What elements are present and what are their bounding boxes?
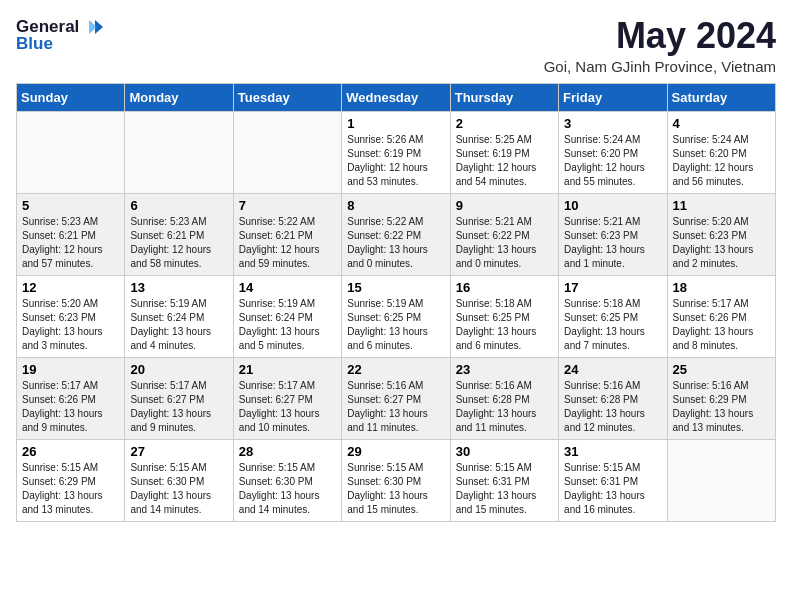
cell-info-text: Sunrise: 5:15 AM Sunset: 6:30 PM Dayligh… <box>347 461 444 517</box>
month-title: May 2024 <box>544 16 776 56</box>
cell-info-text: Sunrise: 5:17 AM Sunset: 6:27 PM Dayligh… <box>130 379 227 435</box>
cell-info-text: Sunrise: 5:24 AM Sunset: 6:20 PM Dayligh… <box>673 133 770 189</box>
cell-day-number: 31 <box>564 444 661 459</box>
calendar-cell: 30Sunrise: 5:15 AM Sunset: 6:31 PM Dayli… <box>450 439 558 521</box>
cell-info-text: Sunrise: 5:19 AM Sunset: 6:24 PM Dayligh… <box>239 297 336 353</box>
cell-day-number: 13 <box>130 280 227 295</box>
calendar-cell: 20Sunrise: 5:17 AM Sunset: 6:27 PM Dayli… <box>125 357 233 439</box>
logo-icon <box>81 16 103 38</box>
weekday-header-tuesday: Tuesday <box>233 83 341 111</box>
cell-day-number: 9 <box>456 198 553 213</box>
cell-info-text: Sunrise: 5:15 AM Sunset: 6:30 PM Dayligh… <box>130 461 227 517</box>
calendar-week-row: 5Sunrise: 5:23 AM Sunset: 6:21 PM Daylig… <box>17 193 776 275</box>
calendar-cell: 12Sunrise: 5:20 AM Sunset: 6:23 PM Dayli… <box>17 275 125 357</box>
calendar-cell <box>125 111 233 193</box>
cell-day-number: 1 <box>347 116 444 131</box>
calendar-week-row: 19Sunrise: 5:17 AM Sunset: 6:26 PM Dayli… <box>17 357 776 439</box>
calendar-cell: 24Sunrise: 5:16 AM Sunset: 6:28 PM Dayli… <box>559 357 667 439</box>
calendar-cell: 8Sunrise: 5:22 AM Sunset: 6:22 PM Daylig… <box>342 193 450 275</box>
cell-day-number: 8 <box>347 198 444 213</box>
calendar-week-row: 26Sunrise: 5:15 AM Sunset: 6:29 PM Dayli… <box>17 439 776 521</box>
cell-day-number: 15 <box>347 280 444 295</box>
cell-day-number: 3 <box>564 116 661 131</box>
cell-info-text: Sunrise: 5:19 AM Sunset: 6:24 PM Dayligh… <box>130 297 227 353</box>
calendar-cell: 10Sunrise: 5:21 AM Sunset: 6:23 PM Dayli… <box>559 193 667 275</box>
cell-info-text: Sunrise: 5:15 AM Sunset: 6:30 PM Dayligh… <box>239 461 336 517</box>
cell-info-text: Sunrise: 5:26 AM Sunset: 6:19 PM Dayligh… <box>347 133 444 189</box>
calendar-cell: 16Sunrise: 5:18 AM Sunset: 6:25 PM Dayli… <box>450 275 558 357</box>
calendar-cell: 25Sunrise: 5:16 AM Sunset: 6:29 PM Dayli… <box>667 357 775 439</box>
calendar-table: SundayMondayTuesdayWednesdayThursdayFrid… <box>16 83 776 522</box>
calendar-cell: 26Sunrise: 5:15 AM Sunset: 6:29 PM Dayli… <box>17 439 125 521</box>
cell-info-text: Sunrise: 5:25 AM Sunset: 6:19 PM Dayligh… <box>456 133 553 189</box>
cell-day-number: 25 <box>673 362 770 377</box>
cell-info-text: Sunrise: 5:22 AM Sunset: 6:22 PM Dayligh… <box>347 215 444 271</box>
cell-day-number: 21 <box>239 362 336 377</box>
cell-day-number: 22 <box>347 362 444 377</box>
cell-day-number: 6 <box>130 198 227 213</box>
cell-info-text: Sunrise: 5:21 AM Sunset: 6:23 PM Dayligh… <box>564 215 661 271</box>
calendar-cell <box>233 111 341 193</box>
cell-day-number: 11 <box>673 198 770 213</box>
title-section: May 2024 Goi, Nam GJinh Province, Vietna… <box>544 16 776 75</box>
cell-info-text: Sunrise: 5:18 AM Sunset: 6:25 PM Dayligh… <box>456 297 553 353</box>
calendar-week-row: 12Sunrise: 5:20 AM Sunset: 6:23 PM Dayli… <box>17 275 776 357</box>
cell-day-number: 16 <box>456 280 553 295</box>
calendar-cell <box>667 439 775 521</box>
calendar-cell: 14Sunrise: 5:19 AM Sunset: 6:24 PM Dayli… <box>233 275 341 357</box>
cell-day-number: 14 <box>239 280 336 295</box>
cell-info-text: Sunrise: 5:19 AM Sunset: 6:25 PM Dayligh… <box>347 297 444 353</box>
calendar-cell: 27Sunrise: 5:15 AM Sunset: 6:30 PM Dayli… <box>125 439 233 521</box>
cell-info-text: Sunrise: 5:22 AM Sunset: 6:21 PM Dayligh… <box>239 215 336 271</box>
calendar-cell: 29Sunrise: 5:15 AM Sunset: 6:30 PM Dayli… <box>342 439 450 521</box>
cell-info-text: Sunrise: 5:17 AM Sunset: 6:27 PM Dayligh… <box>239 379 336 435</box>
calendar-cell: 6Sunrise: 5:23 AM Sunset: 6:21 PM Daylig… <box>125 193 233 275</box>
cell-info-text: Sunrise: 5:23 AM Sunset: 6:21 PM Dayligh… <box>130 215 227 271</box>
calendar-cell: 17Sunrise: 5:18 AM Sunset: 6:25 PM Dayli… <box>559 275 667 357</box>
calendar-cell: 28Sunrise: 5:15 AM Sunset: 6:30 PM Dayli… <box>233 439 341 521</box>
cell-day-number: 19 <box>22 362 119 377</box>
cell-info-text: Sunrise: 5:18 AM Sunset: 6:25 PM Dayligh… <box>564 297 661 353</box>
cell-day-number: 10 <box>564 198 661 213</box>
cell-day-number: 30 <box>456 444 553 459</box>
calendar-cell: 15Sunrise: 5:19 AM Sunset: 6:25 PM Dayli… <box>342 275 450 357</box>
cell-info-text: Sunrise: 5:17 AM Sunset: 6:26 PM Dayligh… <box>673 297 770 353</box>
cell-info-text: Sunrise: 5:16 AM Sunset: 6:28 PM Dayligh… <box>564 379 661 435</box>
calendar-cell: 18Sunrise: 5:17 AM Sunset: 6:26 PM Dayli… <box>667 275 775 357</box>
cell-day-number: 12 <box>22 280 119 295</box>
calendar-cell: 3Sunrise: 5:24 AM Sunset: 6:20 PM Daylig… <box>559 111 667 193</box>
calendar-cell: 5Sunrise: 5:23 AM Sunset: 6:21 PM Daylig… <box>17 193 125 275</box>
cell-info-text: Sunrise: 5:16 AM Sunset: 6:29 PM Dayligh… <box>673 379 770 435</box>
cell-day-number: 29 <box>347 444 444 459</box>
cell-day-number: 20 <box>130 362 227 377</box>
cell-day-number: 24 <box>564 362 661 377</box>
weekday-header-sunday: Sunday <box>17 83 125 111</box>
cell-info-text: Sunrise: 5:21 AM Sunset: 6:22 PM Dayligh… <box>456 215 553 271</box>
calendar-cell: 13Sunrise: 5:19 AM Sunset: 6:24 PM Dayli… <box>125 275 233 357</box>
calendar-cell: 1Sunrise: 5:26 AM Sunset: 6:19 PM Daylig… <box>342 111 450 193</box>
weekday-header-row: SundayMondayTuesdayWednesdayThursdayFrid… <box>17 83 776 111</box>
weekday-header-monday: Monday <box>125 83 233 111</box>
calendar-cell: 7Sunrise: 5:22 AM Sunset: 6:21 PM Daylig… <box>233 193 341 275</box>
calendar-cell: 19Sunrise: 5:17 AM Sunset: 6:26 PM Dayli… <box>17 357 125 439</box>
logo: General Blue <box>16 16 103 54</box>
cell-day-number: 17 <box>564 280 661 295</box>
calendar-cell: 31Sunrise: 5:15 AM Sunset: 6:31 PM Dayli… <box>559 439 667 521</box>
weekday-header-wednesday: Wednesday <box>342 83 450 111</box>
calendar-cell: 4Sunrise: 5:24 AM Sunset: 6:20 PM Daylig… <box>667 111 775 193</box>
calendar-cell: 2Sunrise: 5:25 AM Sunset: 6:19 PM Daylig… <box>450 111 558 193</box>
cell-info-text: Sunrise: 5:17 AM Sunset: 6:26 PM Dayligh… <box>22 379 119 435</box>
cell-day-number: 28 <box>239 444 336 459</box>
cell-day-number: 7 <box>239 198 336 213</box>
location-title: Goi, Nam GJinh Province, Vietnam <box>544 58 776 75</box>
cell-info-text: Sunrise: 5:15 AM Sunset: 6:31 PM Dayligh… <box>564 461 661 517</box>
cell-day-number: 26 <box>22 444 119 459</box>
cell-day-number: 2 <box>456 116 553 131</box>
logo-blue-text: Blue <box>16 34 53 54</box>
cell-day-number: 18 <box>673 280 770 295</box>
calendar-cell <box>17 111 125 193</box>
calendar-cell: 11Sunrise: 5:20 AM Sunset: 6:23 PM Dayli… <box>667 193 775 275</box>
cell-info-text: Sunrise: 5:20 AM Sunset: 6:23 PM Dayligh… <box>22 297 119 353</box>
cell-info-text: Sunrise: 5:15 AM Sunset: 6:29 PM Dayligh… <box>22 461 119 517</box>
calendar-cell: 9Sunrise: 5:21 AM Sunset: 6:22 PM Daylig… <box>450 193 558 275</box>
